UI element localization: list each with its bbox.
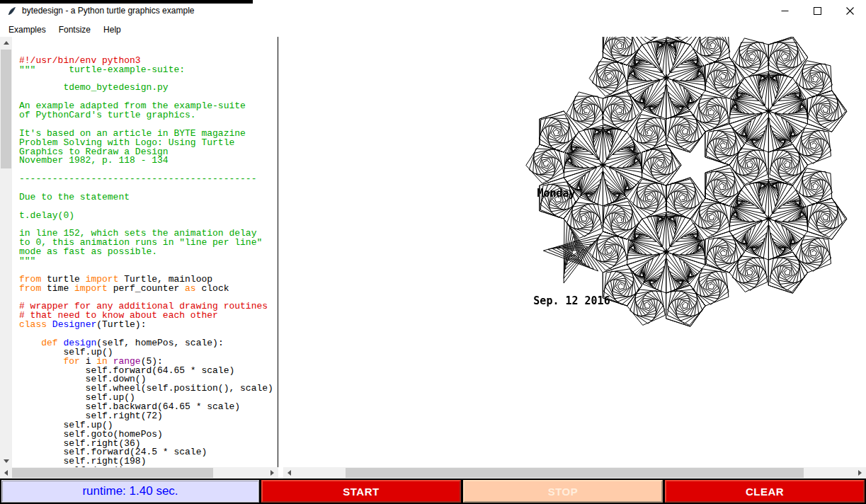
code-lines: #!/usr/bin/env python3""" turtle-example… <box>19 57 273 467</box>
minimize-icon <box>781 5 789 18</box>
window-controls <box>768 0 866 22</box>
main-area: #!/usr/bin/env python3""" turtle-example… <box>0 37 866 467</box>
close-icon <box>846 5 854 18</box>
app-icon <box>6 6 18 17</box>
code-line: ----------------------------------------… <box>19 175 273 184</box>
code-line: Due to the statement <box>19 193 273 202</box>
canvas-hscroll-thumb[interactable] <box>346 468 804 478</box>
code-line: from time import perf_counter as clock <box>19 285 273 294</box>
statusbar: runtime: 1.40 sec. START STOP CLEAR <box>0 479 866 504</box>
runtime-label: runtime: 1.40 sec. <box>1 480 259 503</box>
turtle-canvas <box>283 37 866 467</box>
editor-scroll-right-arrow[interactable] <box>266 467 278 479</box>
menu-item-help[interactable]: Help <box>97 23 127 36</box>
canvas-horizontal-scrollbar[interactable] <box>283 467 866 479</box>
clear-button[interactable]: CLEAR <box>665 480 865 503</box>
canvas-scroll-left-arrow[interactable] <box>283 467 295 479</box>
editor-horizontal-scrollbar[interactable] <box>0 467 278 479</box>
menubar: Examples Fontsize Help <box>0 22 866 37</box>
scrollbar-row <box>0 467 866 479</box>
minimize-button[interactable] <box>768 0 801 22</box>
canvas-scroll-right-arrow[interactable] <box>854 467 866 479</box>
window-title: bytedesign - a Python turtle graphics ex… <box>22 6 194 16</box>
close-button[interactable] <box>833 0 866 22</box>
stop-button[interactable]: STOP <box>463 480 663 503</box>
editor-hscroll-thumb[interactable] <box>12 468 213 478</box>
start-button[interactable]: START <box>261 480 461 503</box>
code-editor[interactable]: #!/usr/bin/env python3""" turtle-example… <box>12 37 278 467</box>
code-line: """ turtle-example-suite: <box>19 66 273 75</box>
editor-scroll-left-arrow[interactable] <box>0 467 12 479</box>
menu-item-fontsize[interactable]: Fontsize <box>52 23 97 36</box>
turtle-canvas-pane <box>283 37 866 467</box>
menu-item-examples[interactable]: Examples <box>2 23 52 36</box>
code-line: November 1982, p. 118 - 134 <box>19 156 273 166</box>
editor-vscroll-thumb[interactable] <box>1 50 11 168</box>
code-line: t.delay(0) <box>19 212 273 221</box>
window-top-border <box>0 0 253 4</box>
maximize-icon <box>814 5 821 18</box>
code-line: """ <box>19 257 273 266</box>
code-line: class Designer(Turtle): <box>19 321 273 330</box>
maximize-button[interactable] <box>801 0 833 22</box>
code-line: mode as fast as possible. <box>19 248 273 257</box>
code-line: tdemo_bytedesign.py <box>19 84 273 93</box>
scroll-up-arrow[interactable] <box>0 37 12 49</box>
code-line: of PythonCard's turtle graphics. <box>19 111 273 120</box>
app-window: bytedesign - a Python turtle graphics ex… <box>0 0 866 504</box>
editor-vertical-scrollbar[interactable] <box>0 37 12 467</box>
scroll-down-arrow[interactable] <box>0 455 12 467</box>
